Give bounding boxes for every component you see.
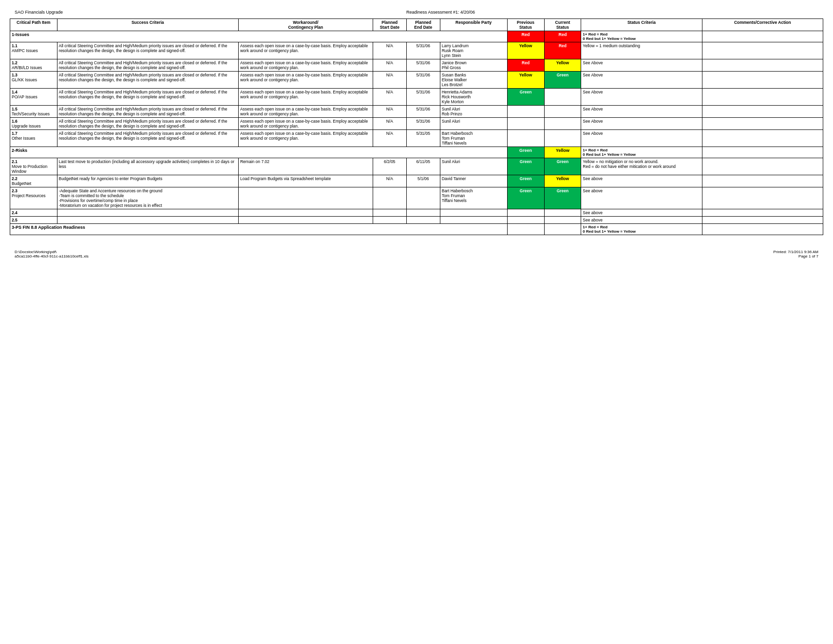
doc-title-center: Readiness Assessment #1: 4/20/06 [406,10,475,15]
row-status-criteria: Yellow = 1 medium outstanding [581,42,702,59]
section-ps-label: 3-PS FIN 8.8 Application Readiness [10,224,508,235]
row-num: 2.1Move to Production Window [10,158,57,175]
footer-page: Page 1 of 7 [773,254,818,258]
col-header-start: PlannedStart Date [373,19,406,31]
section-ps-prev-status [507,224,544,235]
section-risks-label: 2-Risks [10,147,508,158]
row-comments [702,217,823,224]
section-issues-status-criteria: 1+ Red = Red 0 Red but 1+ Yellow = Yello… [581,31,702,42]
row-comments [702,89,823,106]
row-prev-status: Green [507,158,544,175]
page-footer: D:\Docstoc\Working\pdf\ a5ca11b0-4ffe-40… [10,250,823,258]
row-responsible: Henrietta Adams Rick Housworth Kyle Mort… [440,89,507,106]
row-curr-status: Red [544,42,581,59]
row-workaround: Assess each open issue on a case-by-case… [238,42,373,59]
section-issues-prev-status: Red [507,31,544,42]
row-start [373,217,406,224]
row-responsible: Sunil Aluri Rob Prinzo [440,106,507,118]
row-status-criteria: Yellow = no mitigation or no work around… [581,158,702,175]
section-issues-curr-status: Red [544,31,581,42]
table-row: 1.2AR/BI/LD Issues All critical Steering… [10,59,823,72]
row-comments [702,130,823,147]
row-num: 1.2AR/BI/LD Issues [10,59,57,72]
page-header: SAO Financials Upgrade Readiness Assessm… [10,10,823,15]
section-risks-row: 2-Risks Green Yellow 1+ Red = Red 0 Red … [10,147,823,158]
row-num: 2.4 [10,209,57,217]
row-status-criteria: See above [581,209,702,217]
row-curr-status [544,130,581,147]
row-curr-status: Yellow [544,175,581,187]
row-comments [702,59,823,72]
row-success [57,217,238,224]
row-responsible: Sunil Aluri [440,118,507,130]
row-start: N/A [373,42,406,59]
table-row: 2.2BudgetNet BudgetNet ready for Agencie… [10,175,823,187]
row-responsible: Bart Haberbosch Tom Fruman Tiffani Nevel… [440,130,507,147]
row-prev-status: Yellow [507,42,544,59]
footer-path: D:\Docstoc\Working\pdf\ [15,250,89,254]
section-ps-row: 3-PS FIN 8.8 Application Readiness 1+ Re… [10,224,823,235]
row-num: 1.4PO/AP Issues [10,89,57,106]
row-success: All critical Steering Committee and High… [57,42,238,59]
row-success: All critical Steering Committee and High… [57,72,238,89]
section-issues-comments [702,31,823,42]
doc-title-left: SAO Financials Upgrade [15,10,63,15]
row-end: 5/31/06 [406,59,440,72]
row-prev-status: Yellow [507,72,544,89]
col-header-responsible: Responsible Party [440,19,507,31]
row-success: -Adequate State and Accenture resources … [57,187,238,209]
main-table: Critical Path Item Success Criteria Work… [10,18,823,235]
row-status-criteria: See Above [581,118,702,130]
table-row: 2.3Project Resources -Adequate State and… [10,187,823,209]
row-comments [702,72,823,89]
section-issues-row: 1-Issues Red Red 1+ Red = Red 0 Red but … [10,31,823,42]
row-curr-status [544,209,581,217]
section-risks-status-criteria: 1+ Red = Red 0 Red but 1+ Yellow = Yello… [581,147,702,158]
row-success: All critical Steering Committee and High… [57,118,238,130]
table-row: 1.3GL/KK Issues All critical Steering Co… [10,72,823,89]
row-comments [702,106,823,118]
footer-printed: Printed: 7/1/2011 9:36 AM [773,250,818,254]
row-end [406,209,440,217]
row-start [373,209,406,217]
row-curr-status: Yellow [544,59,581,72]
row-comments [702,42,823,59]
row-success: All critical Steering Committee and High… [57,89,238,106]
row-success [57,209,238,217]
row-success: BudgetNet ready for Agencies to enter Pr… [57,175,238,187]
row-prev-status: Red [507,59,544,72]
row-num: 1.1AM/PC Issues [10,42,57,59]
row-end: 5/1/06 [406,175,440,187]
row-responsible: Sunil Aluri [440,158,507,175]
row-comments [702,187,823,209]
row-curr-status [544,89,581,106]
table-row: 1.6Upgrade Issues All critical Steering … [10,118,823,130]
row-success: Last test move to production (including … [57,158,238,175]
row-end: 6/11/05 [406,158,440,175]
row-start: N/A [373,72,406,89]
row-start: N/A [373,89,406,106]
row-prev-status [507,217,544,224]
row-status-criteria: See Above [581,72,702,89]
row-start [373,187,406,209]
row-status-criteria: See above [581,217,702,224]
row-workaround: Load Program Budgets via Spreadsheet tem… [238,175,373,187]
row-responsible: Bart Haberbosch Tom Fruman Tiffani Nevel… [440,187,507,209]
row-start: N/A [373,175,406,187]
table-row: 1.4PO/AP Issues All critical Steering Co… [10,89,823,106]
row-end [406,187,440,209]
row-num: 2.2BudgetNet [10,175,57,187]
row-num: 1.6Upgrade Issues [10,118,57,130]
row-comments [702,118,823,130]
footer-left: D:\Docstoc\Working\pdf\ a5ca11b0-4ffe-40… [15,250,89,258]
row-prev-status [507,118,544,130]
row-workaround: Assess each open issue on a case-by-case… [238,118,373,130]
row-workaround: Assess each open issue on a case-by-case… [238,89,373,106]
table-row: 2.1Move to Production Window Last test m… [10,158,823,175]
row-success: All critical Steering Committee and High… [57,130,238,147]
row-responsible: Susan Banks Eloise Walker Les Brotzel [440,72,507,89]
section-risks-comments [702,147,823,158]
row-start: N/A [373,118,406,130]
row-prev-status [507,106,544,118]
row-comments [702,158,823,175]
